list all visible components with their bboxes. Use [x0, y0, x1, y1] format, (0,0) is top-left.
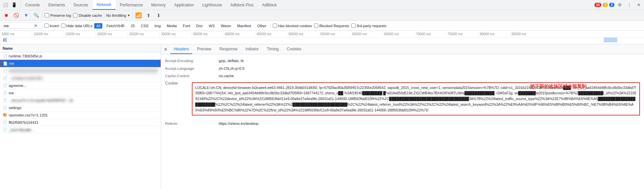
tab-sources[interactable]: Sources [69, 0, 93, 10]
filter-other[interactable]: Other [255, 23, 269, 29]
doc-icon6: 📄 [3, 128, 7, 132]
header-row-cache-control: Cache-Control: no-cache [165, 72, 640, 80]
file-name-selected: me [9, 61, 158, 65]
details-panel: ✕ Headers Preview Response Initiator Tim… [161, 44, 644, 189]
list-item-ters[interactable]: 📄 ...ters.js?v=1.0;cnpsid=nb2f3997b7...3… [0, 97, 161, 104]
disable-cache-checkbox[interactable] [73, 13, 77, 17]
filter-manifest[interactable]: Manifest [235, 23, 253, 29]
hide-data-urls-label[interactable]: Hide data URLs [61, 23, 93, 28]
filter-button[interactable]: ▼ [22, 11, 30, 19]
disable-cache-label[interactable]: Disable cache [73, 13, 102, 17]
tab-cookies[interactable]: Cookies [283, 44, 305, 54]
referer-label: Referer: [165, 121, 219, 127]
tab-memory[interactable]: Memory [147, 0, 170, 10]
tab-lighthouse[interactable]: Lighthouse [198, 0, 226, 10]
close-devtools-button[interactable]: ✕ [635, 1, 643, 9]
dock-button[interactable]: ⬜ [1, 1, 9, 9]
list-item-query[interactable]: 📄 ...q?data=evJkaYN0... [0, 75, 161, 82]
hide-data-urls-checkbox[interactable] [61, 23, 65, 28]
download-icon[interactable]: ⬇ [155, 11, 163, 19]
list-item-selected[interactable]: 📄 me [0, 60, 161, 67]
list-item-npsmeter[interactable]: 🎨 npsmeter.css?v=1.1201 [0, 111, 161, 119]
timeline-tick: 75000 ms [446, 32, 478, 37]
timeline-tick: 15000 ms [64, 32, 96, 37]
tab-bar: ⬜ 📱 Console Elements Sources Network Per… [0, 0, 644, 10]
invert-checkbox[interactable] [44, 23, 49, 28]
tab-network[interactable]: Network [93, 0, 116, 10]
preserve-log-checkbox[interactable] [45, 13, 49, 17]
list-item-me[interactable]: 📄 me [0, 89, 161, 97]
tab-headers[interactable]: Headers [170, 44, 192, 54]
cookie-row: Cookie: 把下面的这块区域全部复制 LOCALE=zh-CN; devic… [165, 80, 640, 118]
upload-icon[interactable]: ⬆ [145, 11, 153, 19]
third-party-label[interactable]: 3rd-party requests [351, 23, 386, 28]
accept-language-value: zh-CN,zh;q=0.9 [219, 66, 245, 72]
header-row-accept-language: Accept-Language: zh-CN,zh;q=0.9 [165, 65, 640, 73]
filter-all[interactable]: All [94, 23, 102, 29]
timeline-tick: 50000 ms [287, 32, 319, 37]
tab-adblock-plus[interactable]: Adblock Plus [226, 0, 258, 10]
filter-img[interactable]: Img [153, 23, 163, 29]
list-item[interactable]: 📄 runtime.73b93d5e.js [0, 52, 161, 60]
filter-wasm[interactable]: Wasm [219, 23, 233, 29]
list-item-text[interactable]: 📄 _text=0&callb... [0, 126, 161, 134]
filter-input[interactable] [4, 24, 34, 28]
timeline-tick: 20000 ms [96, 32, 127, 37]
record-button[interactable]: ⏺ [2, 11, 10, 19]
stop-button[interactable]: 🚫 [12, 11, 20, 19]
file-name-npsmeter: npsmeter.css?v=1.1201 [9, 113, 158, 117]
throttle-select[interactable]: No throttling ▼ [106, 13, 130, 17]
third-party-checkbox[interactable] [351, 23, 356, 28]
details-tabs: ✕ Headers Preview Response Initiator Tim… [161, 44, 644, 54]
tab-adblock[interactable]: AdBlock [258, 0, 281, 10]
search-button[interactable]: 🔍 [32, 11, 40, 19]
invert-label[interactable]: Invert [44, 23, 59, 28]
list-item-settings[interactable]: 📄 settings [0, 104, 161, 111]
has-blocked-cookies-checkbox[interactable] [273, 23, 277, 28]
timeline-tick: 65000 ms [382, 32, 414, 37]
wifi-icon[interactable]: 📶 [135, 11, 143, 19]
filter-clear-button[interactable]: ✕ [34, 23, 38, 28]
file-name-me: me [9, 91, 158, 95]
device-toolbar-button[interactable]: 📱 [10, 1, 18, 9]
timeline-tick: 35000 ms [191, 32, 223, 37]
doc-icon5: 📄 [3, 105, 7, 110]
tab-preview[interactable]: Preview [194, 44, 215, 54]
tab-initiator[interactable]: Initiator [242, 44, 262, 54]
file-name-ffb2: ffb2f5997b154431 [9, 121, 158, 125]
tab-performance[interactable]: Performance [116, 0, 147, 10]
doc-icon: 📄 [3, 61, 8, 66]
list-item-blurred[interactable]: 📄 blurredfilename [0, 67, 161, 75]
js-icon2: 📄 [3, 83, 7, 88]
timeline-tick: 55000 ms [319, 32, 351, 37]
filter-css[interactable]: CSS [139, 23, 151, 29]
settings-button[interactable]: ⚙ [616, 1, 624, 9]
timeline-tick: 25000 ms [127, 32, 159, 37]
has-blocked-cookies-label[interactable]: Has blocked cookies [273, 23, 312, 28]
filter-doc[interactable]: Doc [194, 23, 205, 29]
filter-js[interactable]: JS [128, 23, 137, 29]
cache-control-value: no-cache [219, 73, 234, 79]
tabs-list: Console Elements Sources Network Perform… [21, 0, 592, 10]
file-name: runtime.73b93d5e.js [9, 54, 158, 58]
blocked-requests-label[interactable]: Blocked Requests [314, 23, 349, 28]
filter-fetch-xhr[interactable]: Fetch/XHR [104, 23, 126, 29]
list-item-agreeme[interactable]: 📄 agreeme... [0, 82, 161, 89]
preserve-log-label[interactable]: Preserve log [45, 13, 71, 17]
timeline-tick: 70000 ms [414, 32, 446, 37]
timeline-tick: 85000 ms [510, 32, 542, 37]
filter-font[interactable]: Font [181, 23, 192, 29]
tab-timing[interactable]: Timing [263, 44, 282, 54]
more-button[interactable]: ⋮ [625, 1, 633, 9]
file-name-query: ...q?data=evJkaYN0... [9, 76, 158, 80]
file-name-agreeme: agreeme... [9, 84, 158, 88]
details-close-button[interactable]: ✕ [164, 47, 168, 52]
blocked-requests-checkbox[interactable] [314, 23, 318, 28]
tab-response[interactable]: Response [216, 44, 241, 54]
tab-application[interactable]: Application [170, 0, 198, 10]
list-item-ffb2[interactable]: 📄 ffb2f5997b154431 [0, 119, 161, 126]
filter-media[interactable]: Media [165, 23, 179, 29]
tab-console[interactable]: Console [21, 0, 44, 10]
filter-ws[interactable]: WS [207, 23, 217, 29]
tab-elements[interactable]: Elements [44, 0, 69, 10]
